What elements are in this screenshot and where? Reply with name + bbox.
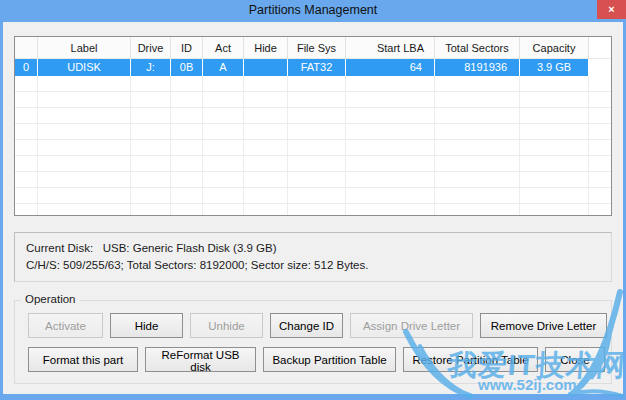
operation-button-row-2: Format this part ReFormat USB disk Backu… (28, 347, 605, 372)
operation-button-row-1: Activate Hide Unhide Change ID Assign Dr… (28, 313, 607, 338)
column-header-index[interactable] (15, 37, 38, 59)
window-border-bottom (0, 394, 626, 400)
cell-label: UDISK (38, 59, 131, 76)
format-this-part-button[interactable]: Format this part (28, 347, 138, 372)
hide-button[interactable]: Hide (110, 313, 183, 338)
remove-drive-letter-button[interactable]: Remove Drive Letter (480, 313, 607, 338)
operation-group-label: Operation (21, 293, 80, 305)
partition-row-selected[interactable]: 0 UDISK J: 0B A FAT32 64 8191936 3.9 GB (15, 59, 611, 76)
column-header-hide[interactable]: Hide (244, 37, 288, 59)
column-header-drive[interactable]: Drive (131, 37, 171, 59)
assign-drive-letter-button[interactable]: Assign Drive Letter (350, 313, 473, 338)
column-header-filler (589, 37, 611, 59)
partition-table-header: Label Drive ID Act Hide File Sys Start L… (15, 37, 611, 59)
cell-act: A (203, 59, 244, 76)
column-header-label[interactable]: Label (38, 37, 131, 59)
cell-drive: J: (131, 59, 171, 76)
column-header-id[interactable]: ID (171, 37, 203, 59)
current-disk-line: Current Disk: USB: Generic Flash Disk (3… (26, 240, 611, 257)
column-header-capacity[interactable]: Capacity (520, 37, 589, 59)
cell-index: 0 (15, 59, 38, 76)
column-header-act[interactable]: Act (203, 37, 244, 59)
restore-partition-table-button[interactable]: Restore Partition Table (403, 347, 538, 372)
cell-capacity: 3.9 GB (520, 59, 589, 76)
partition-table-empty-rows (15, 76, 611, 215)
cell-filesys: FAT32 (288, 59, 346, 76)
chs-info-line: C/H/S: 509/255/63; Total Sectors: 819200… (26, 257, 611, 274)
partition-table: Label Drive ID Act Hide File Sys Start L… (14, 36, 612, 216)
operation-group: Operation Activate Hide Unhide Change ID… (14, 300, 612, 384)
current-disk-info: Current Disk: USB: Generic Flash Disk (3… (14, 232, 612, 282)
cell-id: 0B (171, 59, 203, 76)
title-bar[interactable]: Partitions Management (0, 0, 626, 22)
activate-button[interactable]: Activate (28, 313, 103, 338)
cell-startlba: 64 (346, 59, 435, 76)
window-title: Partitions Management (0, 3, 626, 17)
cell-hide (244, 59, 288, 76)
close-window-button[interactable]: × (597, 0, 626, 19)
window-border-left (0, 22, 3, 400)
partitions-management-dialog: Partitions Management × Label Drive ID A… (0, 0, 626, 400)
close-button[interactable]: Close (545, 347, 605, 372)
backup-partition-table-button[interactable]: Backup Partition Table (263, 347, 396, 372)
change-id-button[interactable]: Change ID (270, 313, 343, 338)
column-header-startlba[interactable]: Start LBA (346, 37, 435, 59)
reformat-usb-disk-button[interactable]: ReFormat USB disk (145, 347, 256, 372)
column-header-filesys[interactable]: File Sys (288, 37, 346, 59)
cell-totalsectors: 8191936 (435, 59, 520, 76)
column-header-totalsectors[interactable]: Total Sectors (435, 37, 520, 59)
unhide-button[interactable]: Unhide (190, 313, 263, 338)
cell-filler (589, 59, 611, 76)
